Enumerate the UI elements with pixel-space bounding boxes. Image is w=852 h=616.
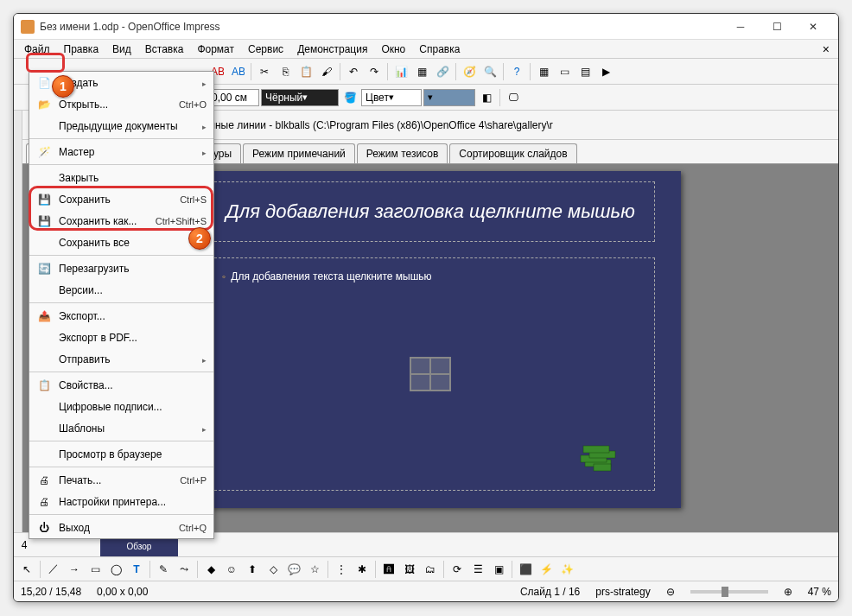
cut-icon[interactable]: ✂	[255, 62, 274, 81]
menu-window[interactable]: Окно	[374, 41, 412, 57]
align-icon[interactable]: ☰	[468, 560, 487, 579]
tab-handout[interactable]: Режим тезисов	[357, 143, 448, 163]
slide[interactable]: Для добавления заголовка щелкните мышью …	[180, 171, 681, 508]
autospell-icon[interactable]: ABC	[228, 62, 247, 81]
glue-icon[interactable]: ✱	[353, 560, 372, 579]
file-menu-item[interactable]: Предыдущие документы	[29, 115, 213, 137]
arrow-tool-icon[interactable]: →	[65, 560, 84, 579]
redo-icon[interactable]: ↷	[365, 62, 384, 81]
slide-text-placeholder[interactable]: ◦Для добавления текста щелкните мышью	[206, 257, 655, 491]
navigator-icon[interactable]: 🧭	[460, 62, 479, 81]
layout-icon[interactable]: ▭	[555, 62, 574, 81]
close-doc-icon[interactable]: ×	[817, 42, 835, 56]
curve-tool-icon[interactable]: ✎	[154, 560, 173, 579]
text-tool-icon[interactable]: T	[127, 560, 146, 579]
animation-icon[interactable]: ✨	[557, 560, 576, 579]
rotate-icon[interactable]: ⟳	[448, 560, 467, 579]
fill-color-combo[interactable]: ▾	[423, 89, 475, 106]
file-menu-item[interactable]: 🔄Перезагрузить	[29, 257, 213, 279]
copy-icon[interactable]: ⎘	[276, 62, 295, 81]
file-menu-item[interactable]: 🪄Мастер	[29, 141, 213, 162]
line-tool-icon[interactable]: ／	[44, 560, 63, 579]
rect-tool-icon[interactable]: ▭	[86, 560, 105, 579]
menu-item-label: Закрыть	[59, 172, 200, 184]
menu-item-label: Печать...	[59, 474, 173, 486]
shadow-icon[interactable]: ◧	[477, 88, 496, 107]
thumb-index: 4	[17, 539, 31, 551]
file-menu-item[interactable]: 🖨Настройки принтера...	[29, 491, 213, 512]
flowchart-icon[interactable]: ◇	[264, 560, 283, 579]
extrude-icon[interactable]: ⬛	[516, 560, 535, 579]
line-color-combo[interactable]: Чёрный ▾	[261, 89, 339, 106]
chart-icon[interactable]: 📊	[391, 62, 410, 81]
format-paint-icon[interactable]: 🖌	[317, 62, 336, 81]
slides-panel-collapsed[interactable]	[14, 111, 22, 532]
file-menu-item[interactable]: 💾Сохранить как...Ctrl+Shift+S	[29, 210, 213, 232]
file-menu-item[interactable]: Просмотр в браузере	[29, 443, 213, 465]
fill-icon[interactable]: 🪣	[340, 88, 359, 107]
zoom-icon[interactable]: 🔍	[480, 62, 499, 81]
outline-icon[interactable]: ▤	[575, 62, 594, 81]
hyperlink-icon[interactable]: 🔗	[433, 62, 452, 81]
slideshow-icon[interactable]: ▶	[596, 62, 615, 81]
slide-thumb[interactable]: Обзор	[100, 537, 178, 557]
close-button[interactable]: ✕	[795, 15, 831, 39]
points-icon[interactable]: ⋮	[332, 560, 351, 579]
symbol-shapes-icon[interactable]: ☺	[222, 560, 241, 579]
file-menu-item[interactable]: 🖨Печать...Ctrl+P	[29, 469, 213, 491]
table-icon[interactable]: ▦	[412, 62, 431, 81]
connector-tool-icon[interactable]: ⤳	[175, 560, 194, 579]
status-zoom[interactable]: 47 %	[808, 586, 831, 598]
fill-type-combo[interactable]: Цвет ▾	[361, 89, 422, 106]
menu-item-label: Версии...	[59, 284, 200, 296]
menu-tools[interactable]: Сервис	[241, 41, 290, 57]
basic-shapes-icon[interactable]: ◆	[201, 560, 220, 579]
content-type-icon[interactable]	[410, 357, 451, 391]
pointer-icon[interactable]: ↖	[17, 560, 36, 579]
window-title: Без имени 1.odp - OpenOffice Impress	[40, 21, 722, 33]
interaction-icon[interactable]: ⚡	[537, 560, 556, 579]
ellipse-tool-icon[interactable]: ◯	[106, 560, 125, 579]
file-menu-item[interactable]: Экспорт в PDF...	[29, 327, 213, 348]
file-menu-item[interactable]: Версии...	[29, 279, 213, 301]
file-menu-item[interactable]: 📂Открыть...Ctrl+O	[29, 93, 213, 115]
tab-notes[interactable]: Режим примечаний	[243, 143, 355, 163]
file-menu-item[interactable]: Отправить	[29, 348, 213, 370]
file-menu-item[interactable]: 📤Экспорт...	[29, 305, 213, 327]
gallery-icon-2[interactable]: 🗂	[421, 560, 440, 579]
minimize-button[interactable]: ─	[722, 15, 759, 39]
fontwork-icon[interactable]: 🅰	[379, 560, 398, 579]
grid-icon[interactable]: ▦	[534, 62, 553, 81]
file-menu-item[interactable]: ⏻ВыходCtrl+Q	[29, 517, 213, 538]
block-arrows-icon[interactable]: ⬆	[243, 560, 262, 579]
file-menu-item[interactable]: Шаблоны	[29, 417, 213, 439]
zoom-out-icon[interactable]: ⊖	[666, 586, 675, 598]
status-slide: Слайд 1 / 16	[520, 586, 580, 598]
file-menu-item[interactable]: 📋Свойства...	[29, 374, 213, 396]
paste-icon[interactable]: 📋	[296, 62, 315, 81]
slide-title-placeholder[interactable]: Для добавления заголовка щелкните мышью	[206, 181, 655, 242]
menu-format[interactable]: Формат	[190, 41, 241, 57]
stars-icon[interactable]: ☆	[305, 560, 324, 579]
file-menu-item[interactable]: 💾СохранитьCtrl+S	[29, 188, 213, 210]
slide-props-icon[interactable]: 🖵	[504, 88, 523, 107]
zoom-in-icon[interactable]: ⊕	[784, 586, 792, 598]
undo-icon[interactable]: ↶	[344, 62, 363, 81]
menu-item-label: Экспорт в PDF...	[59, 332, 200, 344]
maximize-button[interactable]: ☐	[759, 15, 795, 39]
file-menu-item[interactable]: Сохранить все	[29, 232, 213, 253]
file-menu-item[interactable]: Цифровые подписи...	[29, 396, 213, 417]
zoom-slider[interactable]	[690, 590, 768, 594]
tab-sorter[interactable]: Сортировщик слайдов	[449, 143, 576, 163]
menu-slideshow[interactable]: Демонстрация	[290, 41, 374, 57]
menu-insert[interactable]: Вставка	[138, 41, 191, 57]
from-file-icon[interactable]: 🖼	[400, 560, 419, 579]
help-icon[interactable]: ?	[507, 62, 526, 81]
line-width-combo[interactable]: 0,00 см	[207, 89, 259, 106]
file-menu-item[interactable]: Закрыть	[29, 167, 213, 188]
arrange-icon[interactable]: ▣	[489, 560, 508, 579]
callouts-icon[interactable]: 💬	[284, 560, 303, 579]
menu-help[interactable]: Справка	[412, 41, 467, 57]
menu-view[interactable]: Вид	[105, 41, 138, 57]
status-template: prs-strategy	[595, 586, 650, 598]
